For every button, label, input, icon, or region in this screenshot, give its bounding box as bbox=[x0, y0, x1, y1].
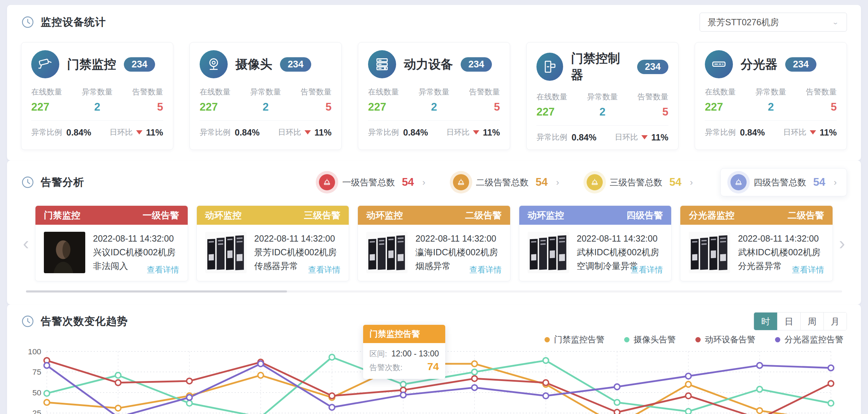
legend-dot-icon bbox=[695, 337, 701, 342]
alarm-time: 2022-08-11 14:32:00 bbox=[738, 232, 820, 245]
carousel-scrollbar bbox=[26, 290, 842, 293]
alarm-label: 告警数量 bbox=[132, 87, 163, 97]
tab-周[interactable]: 周 bbox=[800, 313, 823, 330]
alarm-location: 武林IDC机楼002机房 bbox=[738, 245, 820, 259]
online-label: 在线数量 bbox=[368, 87, 399, 97]
alarm-label: 告警数量 bbox=[806, 87, 837, 97]
device-total-badge: 234 bbox=[280, 57, 311, 72]
data-point bbox=[614, 400, 620, 405]
alarm-level-stat[interactable]: 三级告警总数 54 › bbox=[587, 174, 693, 190]
alarm-level-stats: 一级告警总数 54 › 二级告警总数 54 › 三级告警总数 54 › 四级告警… bbox=[319, 168, 847, 196]
data-point bbox=[44, 400, 49, 405]
alarm-level-count: 54 bbox=[402, 176, 414, 189]
abnormal-value: 2 bbox=[587, 106, 618, 118]
down-arrow-icon bbox=[136, 130, 142, 134]
tab-月[interactable]: 月 bbox=[823, 313, 847, 330]
legend-dot-icon bbox=[775, 337, 780, 342]
online-metric: 在线数量227 bbox=[536, 92, 567, 118]
alarm-level-stat[interactable]: 二级告警总数 54 › bbox=[453, 174, 559, 190]
alarm-level-stat[interactable]: 四级告警总数 54 › bbox=[720, 168, 847, 196]
view-details-link[interactable]: 查看详情 bbox=[147, 264, 179, 275]
device-total-badge: 234 bbox=[785, 57, 816, 72]
chevron-right-icon: › bbox=[422, 177, 426, 188]
view-details-link[interactable]: 查看详情 bbox=[469, 264, 502, 275]
data-point bbox=[44, 390, 49, 396]
alarm-label: 告警数量 bbox=[301, 87, 332, 97]
device-cards-row: 门禁监控 234 在线数量227 异常数量2 告警数量5 异常比例0.84% 日… bbox=[21, 42, 847, 150]
legend-item[interactable]: 门禁监控告警 bbox=[545, 334, 605, 345]
abnormal-label: 异常数量 bbox=[419, 87, 449, 97]
tab-日[interactable]: 日 bbox=[777, 313, 800, 330]
device-name: 门禁监控 bbox=[67, 56, 116, 73]
carousel-right-arrow[interactable]: › bbox=[837, 234, 847, 252]
alarm-snapshot-image bbox=[528, 232, 569, 273]
data-point bbox=[543, 380, 549, 386]
online-label: 在线数量 bbox=[200, 87, 231, 97]
abnormal-metric: 异常数量2 bbox=[82, 87, 113, 113]
carousel-left-arrow[interactable]: ‹ bbox=[21, 234, 31, 252]
device-card[interactable]: 分光器 234 在线数量227 异常数量2 告警数量5 异常比例0.84% 日环… bbox=[695, 42, 847, 150]
carousel-scrollbar-thumb[interactable] bbox=[26, 290, 287, 293]
alarm-trend-panel: 告警次数变化趋势 时日周月 门禁监控告警摄像头告警动环设备告警分光器监控告警 0… bbox=[7, 304, 861, 414]
online-value: 227 bbox=[200, 101, 231, 113]
alarm-metric: 告警数量5 bbox=[637, 92, 668, 118]
alarm-card[interactable]: 动环监控 三级告警 2022-08-11 14:32:00 景芳IDC机楼002… bbox=[196, 205, 349, 281]
alarm-card-level: 二级告警 bbox=[788, 209, 824, 222]
abnormal-label: 异常数量 bbox=[587, 92, 618, 102]
abnormal-label: 异常数量 bbox=[755, 87, 786, 97]
tooltip-count-value: 74 bbox=[427, 360, 439, 373]
reader-icon bbox=[536, 53, 563, 81]
alarm-snapshot-image bbox=[205, 232, 247, 273]
device-card[interactable]: 摄像头 234 在线数量227 异常数量2 告警数量5 异常比例0.84% 日环… bbox=[189, 42, 342, 150]
tab-时[interactable]: 时 bbox=[754, 313, 777, 330]
alarm-card[interactable]: 动环监控 二级告警 2022-08-11 14:32:00 瀛海IDC机楼002… bbox=[358, 205, 510, 281]
data-point bbox=[187, 400, 192, 406]
alarm-card-level: 一级告警 bbox=[143, 209, 179, 222]
alarm-label: 告警数量 bbox=[637, 92, 668, 102]
data-point bbox=[329, 354, 335, 360]
abnormal-value: 2 bbox=[250, 101, 281, 113]
alarm-level-label: 一级告警总数 bbox=[342, 177, 395, 188]
data-point bbox=[258, 361, 263, 367]
alarm-card-category: 门禁监控 bbox=[44, 209, 80, 222]
data-point bbox=[686, 393, 691, 399]
device-card[interactable]: 动力设备 234 在线数量227 异常数量2 告警数量5 异常比例0.84% 日… bbox=[358, 42, 510, 150]
siren-icon bbox=[730, 174, 747, 190]
alarm-card[interactable]: 动环监控 四级告警 2022-08-11 14:32:00 武林IDC机楼002… bbox=[519, 205, 672, 281]
alarm-analysis-panel: 告警分析 一级告警总数 54 › 二级告警总数 54 › 三级告警总数 54 ›… bbox=[7, 160, 861, 304]
data-point bbox=[828, 365, 834, 371]
room-select[interactable]: 景芳STT0276机房 ⌄ bbox=[700, 13, 847, 32]
siren-icon bbox=[453, 174, 469, 190]
view-details-link[interactable]: 查看详情 bbox=[308, 264, 340, 275]
down-arrow-icon bbox=[810, 130, 816, 134]
alarm-snapshot-image bbox=[44, 232, 85, 273]
alarm-card[interactable]: 分光器监控 二级告警 2022-08-11 14:32:00 武林IDC机楼00… bbox=[680, 205, 833, 281]
chevron-right-icon: › bbox=[556, 177, 559, 188]
data-point bbox=[828, 381, 834, 386]
dod-label: 日环比 bbox=[783, 127, 806, 138]
abnormal-label: 异常数量 bbox=[250, 87, 281, 97]
alarm-level-stat[interactable]: 一级告警总数 54 › bbox=[319, 174, 425, 190]
chevron-right-icon: › bbox=[834, 177, 837, 188]
alarm-card[interactable]: 门禁监控 一级告警 2022-08-11 14:32:00 兴议IDC机楼002… bbox=[35, 205, 188, 281]
view-details-link[interactable]: 查看详情 bbox=[792, 264, 824, 275]
ratio-label: 异常比例 bbox=[31, 127, 62, 138]
legend-item[interactable]: 分光器监控告警 bbox=[775, 334, 843, 345]
ratio-value: 0.84% bbox=[66, 127, 91, 138]
device-name: 动力设备 bbox=[404, 56, 453, 73]
abnormal-metric: 异常数量2 bbox=[755, 87, 786, 113]
device-card[interactable]: 门禁控制器 234 在线数量227 异常数量2 告警数量5 异常比例0.84% … bbox=[526, 42, 679, 150]
down-arrow-icon bbox=[305, 130, 311, 134]
view-details-link[interactable]: 查看详情 bbox=[630, 264, 663, 275]
data-point bbox=[614, 409, 620, 414]
alarm-metric: 告警数量5 bbox=[132, 87, 163, 113]
data-point bbox=[757, 408, 762, 413]
legend-item[interactable]: 摄像头告警 bbox=[624, 334, 676, 345]
alarm-label: 告警数量 bbox=[469, 87, 500, 97]
legend-item[interactable]: 动环设备告警 bbox=[695, 334, 755, 345]
alarm-location: 兴议IDC机楼002机房 bbox=[93, 245, 175, 259]
ratio-label: 异常比例 bbox=[200, 127, 231, 138]
device-card[interactable]: 门禁监控 234 在线数量227 异常数量2 告警数量5 异常比例0.84% 日… bbox=[21, 42, 173, 150]
siren-icon bbox=[319, 174, 335, 190]
data-point bbox=[686, 373, 691, 379]
